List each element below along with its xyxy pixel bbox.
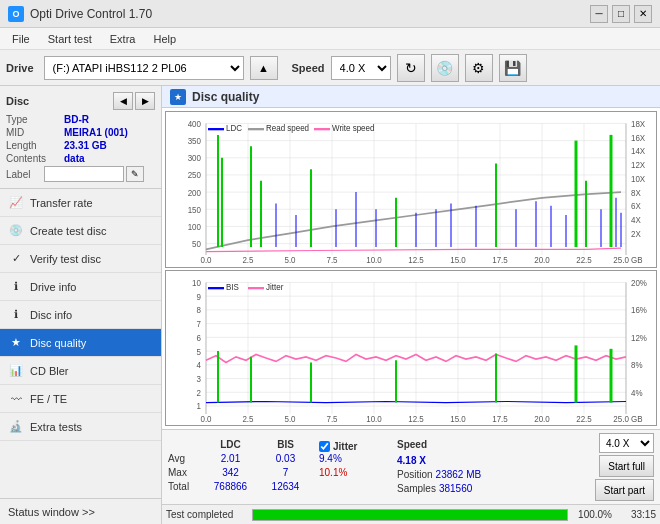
disc-type-row: Type BD-R	[6, 114, 155, 125]
save-button[interactable]: 💾	[499, 54, 527, 82]
right-buttons: 4.0 X Start full Start part	[595, 433, 654, 501]
svg-text:10.0: 10.0	[366, 413, 382, 424]
start-full-button[interactable]: Start full	[599, 455, 654, 477]
speed-label: Speed	[292, 62, 325, 74]
eject-button[interactable]: ▲	[250, 56, 278, 80]
disc-header: Disc ◀ ▶	[6, 92, 155, 110]
bis-header: BIS	[277, 439, 294, 453]
sidebar-item-transfer-rate[interactable]: 📈 Transfer rate	[0, 189, 161, 217]
ldc-chart: 400 350 300 250 200 150 100 50 18X 16X 1…	[165, 111, 657, 268]
svg-text:4: 4	[197, 359, 202, 370]
avg-ldc: 2.01	[221, 453, 240, 467]
disc-type-key: Type	[6, 114, 64, 125]
verify-disc-icon: ✓	[8, 251, 24, 267]
svg-text:10.0: 10.0	[366, 255, 382, 266]
titlebar-controls: ─ □ ✕	[590, 5, 652, 23]
disc-icons: ◀ ▶	[113, 92, 155, 110]
nav-label-create-test-disc: Create test disc	[30, 225, 106, 237]
menu-help[interactable]: Help	[145, 31, 184, 47]
sidebar-item-extra-tests[interactable]: 🔬 Extra tests	[0, 413, 161, 441]
avg-speed: 4.18 X	[397, 455, 426, 466]
progress-percent: 100.0%	[574, 509, 612, 520]
svg-text:10X: 10X	[631, 173, 645, 184]
svg-text:2.5: 2.5	[242, 255, 253, 266]
position-val: 23862 MB	[436, 469, 482, 480]
svg-text:17.5: 17.5	[492, 255, 508, 266]
cd-bler-icon: 📊	[8, 363, 24, 379]
settings-button[interactable]: ⚙	[465, 54, 493, 82]
samples-label: Samples	[397, 483, 436, 494]
svg-text:1: 1	[197, 400, 202, 411]
nav-label-disc-quality: Disc quality	[30, 337, 86, 349]
speed-header: Speed	[397, 439, 427, 453]
speed-select[interactable]: 4.0 X	[331, 56, 391, 80]
menu-file[interactable]: File	[4, 31, 38, 47]
avg-label: Avg	[168, 453, 203, 467]
drive-label: Drive	[6, 62, 34, 74]
disc-length-val: 23.31 GB	[64, 140, 107, 151]
svg-rect-76	[248, 128, 264, 130]
maximize-button[interactable]: □	[612, 5, 630, 23]
sidebar-item-verify-test-disc[interactable]: ✓ Verify test disc	[0, 245, 161, 273]
svg-text:8: 8	[197, 304, 202, 315]
status-window[interactable]: Status window >>	[0, 498, 161, 524]
ldc-chart-svg: 400 350 300 250 200 150 100 50 18X 16X 1…	[166, 112, 656, 267]
sidebar-item-fe-te[interactable]: 〰 FE / TE	[0, 385, 161, 413]
svg-text:3: 3	[197, 373, 202, 384]
menu-start-test[interactable]: Start test	[40, 31, 100, 47]
svg-text:250: 250	[188, 170, 202, 181]
svg-text:400: 400	[188, 118, 202, 129]
disc-icon-btn2[interactable]: ▶	[135, 92, 155, 110]
position-label: Position	[397, 469, 433, 480]
svg-text:12%: 12%	[631, 332, 647, 343]
menu-extra[interactable]: Extra	[102, 31, 144, 47]
disc-contents-val: data	[64, 153, 85, 164]
sidebar-item-disc-info[interactable]: ℹ Disc info	[0, 301, 161, 329]
svg-text:16%: 16%	[631, 304, 647, 315]
total-label: Total	[168, 481, 203, 495]
max-jitter: 10.1%	[319, 467, 347, 481]
app-icon: O	[8, 6, 24, 22]
sidebar-item-disc-quality[interactable]: ★ Disc quality	[0, 329, 161, 357]
disc-info-icon: ℹ	[8, 307, 24, 323]
jitter-checkbox[interactable]	[319, 441, 330, 452]
svg-text:2X: 2X	[631, 228, 641, 239]
disc-button[interactable]: 💿	[431, 54, 459, 82]
nav-label-extra-tests: Extra tests	[30, 421, 82, 433]
nav-label-verify-test-disc: Verify test disc	[30, 253, 101, 265]
close-button[interactable]: ✕	[634, 5, 652, 23]
svg-text:50: 50	[192, 239, 201, 250]
charts-area: 400 350 300 250 200 150 100 50 18X 16X 1…	[162, 108, 660, 429]
svg-text:Write speed: Write speed	[332, 123, 375, 134]
svg-text:10: 10	[192, 277, 201, 288]
minimize-button[interactable]: ─	[590, 5, 608, 23]
extra-tests-icon: 🔬	[8, 419, 24, 435]
jitter-header: Jitter	[333, 441, 357, 452]
sidebar-item-create-test-disc[interactable]: 💿 Create test disc	[0, 217, 161, 245]
progress-time: 33:15	[618, 509, 656, 520]
start-part-button[interactable]: Start part	[595, 479, 654, 501]
disc-icon-btn1[interactable]: ◀	[113, 92, 133, 110]
svg-text:9: 9	[197, 291, 202, 302]
svg-text:22.5: 22.5	[576, 255, 592, 266]
refresh-button[interactable]: ↻	[397, 54, 425, 82]
svg-text:350: 350	[188, 136, 202, 147]
sidebar-item-drive-info[interactable]: ℹ Drive info	[0, 273, 161, 301]
speed-select-stats[interactable]: 4.0 X	[599, 433, 654, 453]
drive-select[interactable]: (F:) ATAPI iHBS112 2 PL06	[44, 56, 244, 80]
total-bis: 12634	[272, 481, 300, 495]
content-area: ★ Disc quality	[162, 86, 660, 524]
sidebar: Disc ◀ ▶ Type BD-R MID MEIRA1 (001) Leng…	[0, 86, 162, 524]
svg-text:7.5: 7.5	[326, 255, 337, 266]
disc-label-input[interactable]	[44, 166, 124, 182]
sidebar-item-cd-bler[interactable]: 📊 CD Bler	[0, 357, 161, 385]
svg-text:8X: 8X	[631, 187, 641, 198]
svg-text:8%: 8%	[631, 359, 643, 370]
svg-text:Read speed: Read speed	[266, 123, 309, 134]
svg-text:20.0: 20.0	[534, 413, 550, 424]
svg-text:14X: 14X	[631, 146, 645, 157]
disc-label-btn[interactable]: ✎	[126, 166, 144, 182]
svg-text:BIS: BIS	[226, 281, 239, 292]
svg-text:100: 100	[188, 221, 202, 232]
svg-rect-137	[248, 287, 264, 289]
